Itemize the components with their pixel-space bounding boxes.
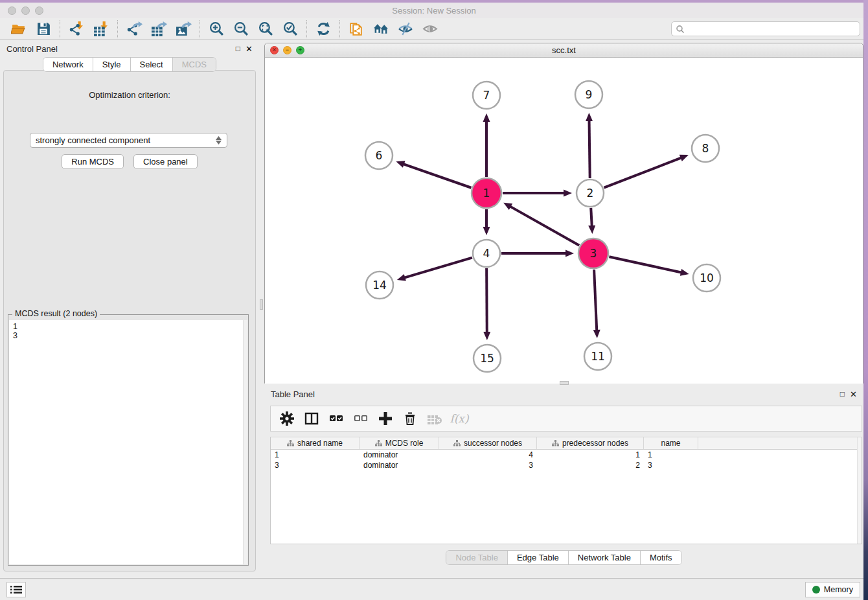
node-label: 3 xyxy=(590,247,597,260)
table-panel-header: Table Panel □ ✕ xyxy=(264,386,863,402)
memory-button[interactable]: Memory xyxy=(805,582,860,597)
hide-panels-button[interactable] xyxy=(393,19,418,39)
node-15[interactable]: 15 xyxy=(474,345,501,372)
node-8[interactable]: 8 xyxy=(692,135,719,162)
save-session-button[interactable] xyxy=(31,19,56,39)
edge-4-15[interactable] xyxy=(483,268,490,340)
gear-button[interactable] xyxy=(276,408,298,429)
table-scrollbar[interactable] xyxy=(857,437,862,544)
column-label: shared name xyxy=(297,439,343,448)
edge-3-10[interactable] xyxy=(609,257,689,275)
table-cell: dominator xyxy=(360,450,439,460)
import-table-icon xyxy=(93,21,109,37)
splitter-grip[interactable] xyxy=(260,299,263,310)
tab-mcds[interactable]: MCDS xyxy=(172,58,216,71)
node-4[interactable]: 4 xyxy=(473,240,500,267)
node-11[interactable]: 11 xyxy=(584,343,611,370)
edge-4-14[interactable] xyxy=(397,258,472,281)
edge-2-9[interactable] xyxy=(586,113,593,178)
network-overview-button[interactable] xyxy=(369,19,393,39)
export-network-icon xyxy=(126,21,143,37)
main-toolbar xyxy=(0,18,868,40)
column-header-predecessor-nodes[interactable]: predecessor nodes xyxy=(537,437,644,449)
node-label: 15 xyxy=(480,352,494,365)
split-panel-button[interactable] xyxy=(301,408,323,429)
open-file-button[interactable] xyxy=(6,19,31,39)
column-label: MCDS role xyxy=(385,439,424,448)
add-row-button[interactable] xyxy=(374,408,396,429)
automation-panel-button[interactable] xyxy=(6,582,26,597)
split-panel-icon xyxy=(304,411,319,426)
edge-1-7[interactable] xyxy=(483,113,490,177)
column-header-MCDS-role[interactable]: MCDS role xyxy=(360,437,439,449)
attribute-tree-icon xyxy=(453,440,461,446)
attribute-tree-icon xyxy=(375,440,382,446)
export-image-button[interactable] xyxy=(171,19,196,39)
edge-3-1[interactable] xyxy=(503,203,579,246)
node-7[interactable]: 7 xyxy=(473,82,500,109)
zoom-in-button[interactable] xyxy=(204,19,229,39)
node-6[interactable]: 6 xyxy=(365,142,393,169)
node-10[interactable]: 10 xyxy=(693,264,720,292)
edge-2-8[interactable] xyxy=(604,155,688,188)
column-header-successor-nodes[interactable]: successor nodes xyxy=(439,437,537,449)
edge-1-2[interactable] xyxy=(503,190,572,197)
show-panels-button[interactable] xyxy=(418,19,442,39)
delete-row-button[interactable] xyxy=(399,408,421,429)
edge-2-3[interactable] xyxy=(588,208,595,234)
toolbar-separator xyxy=(60,20,60,38)
table-row[interactable]: 3dominator323 xyxy=(271,460,862,470)
column-header-shared-name[interactable]: shared name xyxy=(271,437,360,449)
search-box[interactable] xyxy=(671,21,860,36)
table-close-panel-icon[interactable]: ✕ xyxy=(850,389,857,399)
node-14[interactable]: 14 xyxy=(366,271,393,299)
mcds-result-text[interactable]: 1 3 xyxy=(9,320,247,564)
zoom-fit-button[interactable] xyxy=(253,19,278,39)
export-table-button[interactable] xyxy=(146,19,171,39)
duplicate-network-button[interactable] xyxy=(344,19,369,39)
import-table-button[interactable] xyxy=(89,19,113,39)
edge-1-6[interactable] xyxy=(396,161,471,187)
zoom-selected-button[interactable] xyxy=(278,19,303,39)
vertical-splitter[interactable] xyxy=(259,40,264,384)
node-2[interactable]: 2 xyxy=(577,179,604,207)
table-panel: Table Panel □ ✕ f(x) shared nameMCDS rol… xyxy=(264,386,863,573)
node-3[interactable]: 3 xyxy=(578,238,608,268)
zoom-out-icon xyxy=(233,21,249,37)
node-1[interactable]: 1 xyxy=(472,178,501,208)
column-label: successor nodes xyxy=(464,439,522,448)
export-network-button[interactable] xyxy=(122,19,146,39)
tab-style[interactable]: Style xyxy=(93,58,130,71)
select-all-button[interactable] xyxy=(325,408,347,429)
search-input[interactable] xyxy=(688,25,856,34)
tab-node-table[interactable]: Node Table xyxy=(446,551,507,564)
close-panel-icon[interactable]: ✕ xyxy=(246,44,253,54)
table-float-panel-icon[interactable]: □ xyxy=(840,389,845,398)
import-network-button[interactable] xyxy=(64,19,89,39)
zoom-in-icon xyxy=(209,21,225,37)
horizontal-splitter-grip[interactable] xyxy=(560,381,569,385)
zoom-out-button[interactable] xyxy=(229,19,253,39)
tab-network-table[interactable]: Network Table xyxy=(568,551,640,564)
deselect-all-button[interactable] xyxy=(350,408,372,429)
node-label: 9 xyxy=(586,88,593,101)
float-panel-icon[interactable]: □ xyxy=(236,44,240,53)
network-canvas[interactable]: 7968124314101511 xyxy=(265,58,863,384)
tab-network[interactable]: Network xyxy=(43,58,93,71)
network-window: ✕ − + scc.txt 7968124314101511 xyxy=(264,43,863,384)
node-9[interactable]: 9 xyxy=(575,81,602,108)
edge-3-11[interactable] xyxy=(593,270,600,338)
tab-motifs[interactable]: Motifs xyxy=(640,551,681,564)
edge-1-4[interactable] xyxy=(483,209,490,235)
close-panel-button[interactable]: Close panel xyxy=(133,154,198,169)
network-window-titlebar[interactable]: ✕ − + scc.txt xyxy=(265,43,863,58)
edge-4-3[interactable] xyxy=(501,250,574,257)
refresh-button[interactable] xyxy=(311,19,336,39)
criterion-dropdown[interactable]: strongly connected component xyxy=(30,133,227,148)
table-row[interactable]: 1dominator411 xyxy=(271,450,862,460)
tab-select[interactable]: Select xyxy=(130,58,172,71)
result-scrollbar[interactable] xyxy=(243,320,247,564)
tab-edge-table[interactable]: Edge Table xyxy=(507,551,568,564)
column-header-name[interactable]: name xyxy=(644,437,698,449)
run-mcds-button[interactable]: Run MCDS xyxy=(62,154,124,169)
